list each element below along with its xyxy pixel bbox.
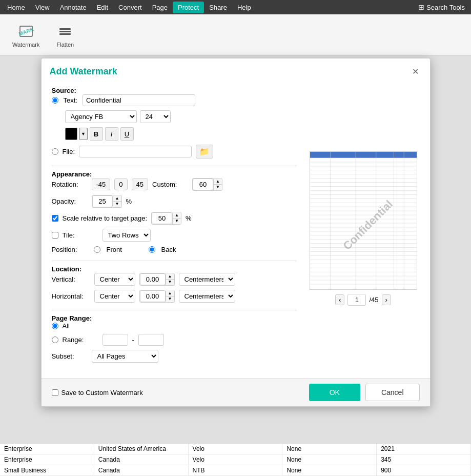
dialog-header: Add Watermark ✕ <box>42 58 430 83</box>
search-tools-icon: ⊞ <box>418 3 424 11</box>
menu-edit[interactable]: Edit <box>92 2 113 13</box>
save-custom-row: Save to Custom Watermark <box>52 389 143 396</box>
watermark-text-input[interactable] <box>83 94 195 106</box>
table-row: Enterprise Canada Velo None 345 <box>0 454 471 465</box>
table-cell: None <box>282 444 377 454</box>
subset-select[interactable]: All Pages <box>92 350 158 363</box>
rotation-row: Rotation: -45 0 45 Custom: ▲ ▼ <box>52 178 297 191</box>
horizontal-label: Horizontal: <box>52 292 90 300</box>
menu-view[interactable]: View <box>30 2 55 13</box>
horizontal-align-select[interactable]: Center <box>94 290 135 303</box>
text-radio[interactable] <box>52 97 58 104</box>
table-cell: Canada <box>94 465 189 475</box>
page-range-label: Page Range: <box>52 314 92 322</box>
underline-button[interactable]: U <box>120 127 134 141</box>
menu-annotate[interactable]: Annotate <box>55 2 92 13</box>
range-radio[interactable] <box>52 336 58 343</box>
color-button[interactable] <box>65 128 77 140</box>
cancel-button[interactable]: Cancel <box>365 384 420 401</box>
custom-input[interactable] <box>193 179 213 190</box>
color-dropdown-button[interactable]: ▼ <box>79 128 88 140</box>
horizontal-down-button[interactable]: ▼ <box>166 296 174 302</box>
opacity-down-button[interactable]: ▼ <box>113 202 121 207</box>
back-label: Back <box>161 246 197 253</box>
scale-down-button[interactable]: ▼ <box>173 219 181 224</box>
font-select[interactable]: Agency FB <box>65 110 137 123</box>
rotation-label: Rotation: <box>52 181 88 188</box>
range-label: Range: <box>63 336 98 344</box>
opacity-up-button[interactable]: ▲ <box>113 196 121 202</box>
rotation-0-button[interactable]: 0 <box>114 179 127 190</box>
opacity-pct: % <box>126 197 132 205</box>
flatten-button[interactable]: Flatten <box>52 20 78 50</box>
table-row: Enterprise United States of America Velo… <box>0 444 471 454</box>
vertical-align-select[interactable]: Center <box>94 273 135 286</box>
menu-protect[interactable]: Protect <box>173 2 204 13</box>
all-radio[interactable] <box>52 323 58 329</box>
custom-down-button[interactable]: ▼ <box>214 185 222 190</box>
scale-spinner: ▲ ▼ <box>151 212 181 225</box>
back-radio[interactable] <box>149 246 155 253</box>
table-cell: Enterprise <box>0 444 94 454</box>
table-cell: Velo <box>189 454 283 465</box>
svg-rect-6 <box>310 152 417 158</box>
horizontal-value-input[interactable] <box>140 290 166 302</box>
scale-checkbox[interactable] <box>52 215 58 222</box>
italic-button[interactable]: I <box>105 127 118 141</box>
file-radio[interactable] <box>52 148 58 155</box>
ok-button[interactable]: OK <box>309 384 360 401</box>
table-cell: United States of America <box>94 444 189 454</box>
flatten-label: Flatten <box>57 42 74 48</box>
menu-convert[interactable]: Convert <box>113 2 147 13</box>
appearance-section: Appearance: Rotation: -45 0 45 Custom: <box>52 170 297 253</box>
current-page-input[interactable] <box>347 294 366 306</box>
scale-row: Scale relative to target page: ▲ ▼ % <box>52 212 297 225</box>
next-page-button[interactable]: › <box>382 294 391 305</box>
rotation-neg45-button[interactable]: -45 <box>92 179 111 190</box>
custom-up-button[interactable]: ▲ <box>214 179 222 185</box>
horizontal-up-button[interactable]: ▲ <box>166 291 174 296</box>
table-cell: None <box>282 465 377 475</box>
search-tools[interactable]: ⊞ Search Tools <box>414 1 469 13</box>
scale-up-button[interactable]: ▲ <box>173 213 181 219</box>
menu-bar: Home View Annotate Edit Convert Page Pro… <box>0 0 471 14</box>
menu-page[interactable]: Page <box>147 2 173 13</box>
dialog-close-button[interactable]: ✕ <box>409 66 422 77</box>
tile-checkbox[interactable] <box>52 232 58 239</box>
horizontal-unit-select[interactable]: Centermeters <box>179 290 235 303</box>
prev-page-button[interactable]: ‹ <box>335 294 344 305</box>
table-cell: Small Business <box>0 465 94 475</box>
watermark-icon: MARK <box>17 22 35 41</box>
menu-home[interactable]: Home <box>2 2 30 13</box>
vertical-value-input[interactable] <box>140 273 166 285</box>
range-start-input[interactable] <box>103 334 128 346</box>
opacity-input[interactable] <box>92 195 113 207</box>
front-radio[interactable] <box>94 246 100 253</box>
bold-button[interactable]: B <box>90 127 103 141</box>
scale-input[interactable] <box>152 212 172 224</box>
rotation-45-button[interactable]: 45 <box>132 179 148 190</box>
svg-rect-3 <box>59 31 71 32</box>
vertical-unit-select[interactable]: Centermeters <box>179 273 235 286</box>
dialog-title: Add Watermark <box>50 66 117 77</box>
total-pages: /45 <box>369 296 378 304</box>
range-end-input[interactable] <box>138 334 164 346</box>
table-cell: Enterprise <box>0 454 94 465</box>
horizontal-row: Horizontal: Center ▲ ▼ <box>52 290 297 303</box>
menu-share[interactable]: Share <box>204 2 232 13</box>
tile-select[interactable]: Two Rows <box>103 229 151 242</box>
font-size-select[interactable]: 24 <box>140 110 171 123</box>
vertical-down-button[interactable]: ▼ <box>166 280 174 285</box>
front-label: Front <box>107 246 142 253</box>
watermark-button[interactable]: MARK Watermark <box>8 20 44 50</box>
preview-column: Confidential ‹ /45 › <box>307 87 420 370</box>
vertical-up-button[interactable]: ▲ <box>166 274 174 280</box>
file-path-input[interactable] <box>79 146 192 157</box>
table-cell: Velo <box>189 444 283 454</box>
menu-help[interactable]: Help <box>232 2 256 13</box>
font-row: Agency FB 24 <box>65 110 297 123</box>
file-browse-button[interactable]: 📁 <box>196 145 213 158</box>
footer-buttons: OK Cancel <box>309 384 420 401</box>
save-custom-checkbox[interactable] <box>52 389 58 396</box>
source-section: Source: Text: Agency FB <box>52 87 297 158</box>
